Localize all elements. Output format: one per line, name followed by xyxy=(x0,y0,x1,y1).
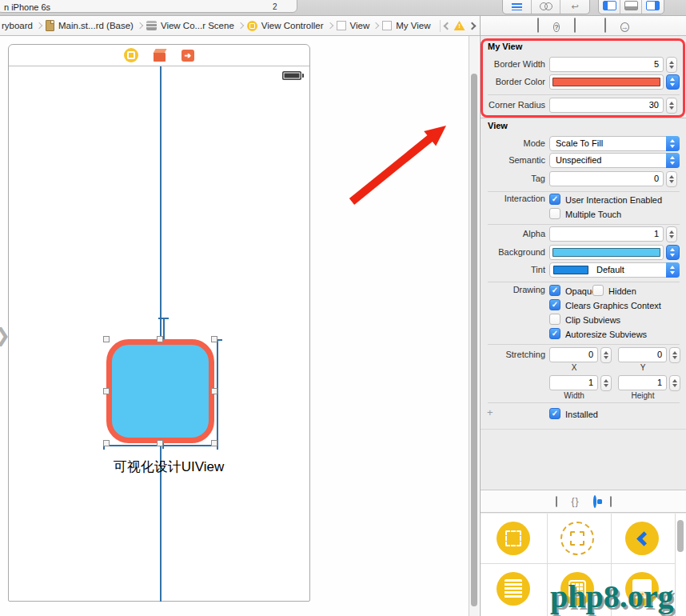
divider xyxy=(488,191,680,192)
annotation-arrow xyxy=(336,104,480,216)
dropdown-arrows-icon xyxy=(666,262,680,278)
add-variation-button[interactable]: + xyxy=(487,406,493,418)
warning-count: 2 xyxy=(273,2,277,11)
stretch-height-stepper[interactable] xyxy=(669,375,680,391)
file-template-library-tab[interactable] xyxy=(556,497,557,506)
custom-uiview[interactable] xyxy=(106,339,214,443)
library-item-view-controller[interactable] xyxy=(497,522,530,555)
jumpbar-item-scene[interactable]: View Co...r Scene xyxy=(161,21,234,30)
alpha-stepper[interactable] xyxy=(666,226,677,242)
resize-handle[interactable] xyxy=(103,388,110,394)
jumpbar-item-view[interactable]: View xyxy=(350,21,370,30)
alpha-field[interactable]: 1 xyxy=(549,226,664,242)
library-item-navigation-controller[interactable] xyxy=(625,522,659,555)
stretch-width-field[interactable]: 1 xyxy=(549,375,598,390)
interaction-label: Interaction xyxy=(477,193,545,204)
resize-handle[interactable] xyxy=(157,440,163,446)
border-color-well[interactable] xyxy=(549,74,664,90)
code-snippet-library-tab[interactable]: {} xyxy=(571,496,579,507)
scheme-label: n iPhone 6s xyxy=(4,2,50,12)
hidden-checkbox[interactable]: ✓ xyxy=(592,285,604,296)
tag-stepper[interactable] xyxy=(666,171,677,187)
help-inspector-tab[interactable]: ? xyxy=(553,18,560,33)
size-inspector-tab[interactable] xyxy=(604,18,606,33)
help-icon: ? xyxy=(553,22,560,32)
resize-handle[interactable] xyxy=(103,440,110,446)
resize-handle[interactable] xyxy=(211,336,217,342)
connections-inspector-tab[interactable]: → xyxy=(620,18,629,33)
stretch-y-stepper[interactable] xyxy=(669,347,680,363)
scene-icon xyxy=(146,21,157,30)
background-color-swatch xyxy=(552,248,660,257)
divider xyxy=(488,94,680,95)
standard-editor-button[interactable] xyxy=(503,0,532,14)
jumpbar-item-storyboard[interactable]: ryboard xyxy=(2,21,33,30)
tag-field[interactable]: 0 xyxy=(549,171,664,186)
autoresize-checkbox[interactable]: ✓ xyxy=(549,328,560,339)
identity-inspector-tab[interactable] xyxy=(574,18,576,33)
resize-handle[interactable] xyxy=(157,336,163,342)
jumpbar-item-file[interactable]: Main.st...rd (Base) xyxy=(58,21,134,30)
background-label: Background xyxy=(477,245,545,260)
file-template-library-icon xyxy=(556,496,557,507)
multiple-touch-checkbox[interactable]: ✓ xyxy=(549,208,560,219)
issue-warning-icon[interactable]: ! xyxy=(454,21,465,30)
debug-area-toggle-button[interactable] xyxy=(620,0,642,14)
next-issue-icon[interactable] xyxy=(468,22,476,30)
view-controller-dock-icon[interactable] xyxy=(124,48,138,62)
first-responder-icon[interactable] xyxy=(154,49,166,62)
section-title-view: View xyxy=(488,121,508,130)
opaque-checkbox[interactable]: ✓ xyxy=(549,285,560,296)
editor-canvas: ❯ ➔ xyxy=(0,36,469,616)
border-width-stepper[interactable] xyxy=(666,57,677,73)
border-color-stepper[interactable] xyxy=(666,74,680,90)
assistant-editor-icon xyxy=(540,2,552,10)
corner-radius-field[interactable]: 30 xyxy=(549,98,664,113)
identity-inspector-icon xyxy=(574,18,576,33)
corner-radius-stepper[interactable] xyxy=(666,98,677,114)
assistant-editor-button[interactable] xyxy=(532,0,560,14)
stretch-y-field[interactable]: 0 xyxy=(618,347,667,362)
file-inspector-tab[interactable] xyxy=(537,18,539,33)
stretch-x-stepper[interactable] xyxy=(600,347,612,363)
clip-subviews-checkbox[interactable]: ✓ xyxy=(549,314,560,325)
version-editor-button[interactable]: ↩ xyxy=(560,0,589,14)
stretch-x-field[interactable]: 0 xyxy=(549,347,598,362)
library-scrollbar-thumb[interactable] xyxy=(677,520,684,552)
clears-graphics-checkbox[interactable]: ✓ xyxy=(549,299,560,310)
chevron-separator-icon xyxy=(36,22,42,29)
stretch-height-field[interactable]: 1 xyxy=(618,375,667,390)
jumpbar-item-view-controller[interactable]: View Controller xyxy=(261,21,324,30)
view-icon xyxy=(337,21,346,30)
semantic-dropdown[interactable]: Unspecified xyxy=(549,153,680,168)
chevron-separator-icon xyxy=(137,22,143,29)
installed-checkbox[interactable]: ✓ xyxy=(549,408,560,419)
previous-issue-icon[interactable] xyxy=(443,22,451,30)
utilities-toggle-button[interactable] xyxy=(642,0,664,14)
border-width-field[interactable]: 5 xyxy=(549,57,664,72)
tint-dropdown[interactable]: Default xyxy=(549,262,680,278)
jumpbar-item-my-view[interactable]: My View xyxy=(396,21,430,30)
resize-handle[interactable] xyxy=(211,440,217,446)
multiple-touch-label: Multiple Touch xyxy=(565,209,621,220)
navigator-toggle-button[interactable] xyxy=(599,0,620,14)
background-stepper[interactable] xyxy=(666,245,680,260)
library-item-table-view-controller[interactable] xyxy=(497,572,530,606)
canvas-scrollbar-thumb[interactable] xyxy=(471,74,477,606)
user-interaction-checkbox[interactable]: ✓ xyxy=(549,194,560,205)
storyboard-file-icon xyxy=(46,20,54,31)
chevron-separator-icon xyxy=(326,22,333,29)
divider xyxy=(488,344,680,345)
background-color-well[interactable] xyxy=(549,245,664,260)
stretch-width-sublabel: Width xyxy=(549,391,599,400)
object-library-icon xyxy=(593,495,596,508)
library-item-storyboard-reference[interactable] xyxy=(560,522,594,555)
corner-radius-label: Corner Radius xyxy=(477,98,545,113)
exit-segue-icon[interactable]: ➔ xyxy=(181,50,194,62)
mode-dropdown[interactable]: Scale To Fill xyxy=(549,136,680,151)
media-library-tab[interactable] xyxy=(610,497,612,506)
resize-handle[interactable] xyxy=(211,388,217,394)
resize-handle[interactable] xyxy=(103,336,110,342)
object-library-tab[interactable] xyxy=(593,497,596,506)
stretch-width-stepper[interactable] xyxy=(600,375,612,391)
